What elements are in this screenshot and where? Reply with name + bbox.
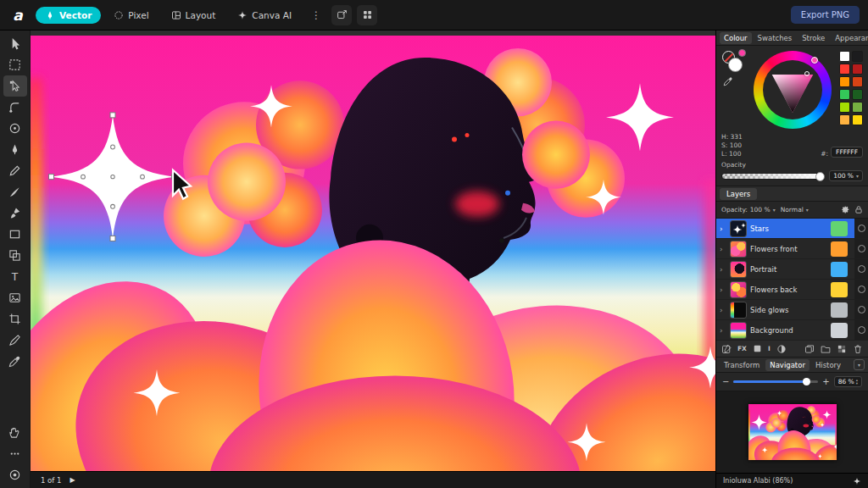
pencil-tool[interactable] <box>3 160 27 181</box>
pen-tool[interactable] <box>3 139 27 160</box>
layer-expand-chevron[interactable]: › <box>720 225 726 233</box>
move-tool[interactable] <box>3 33 27 54</box>
tab-layout[interactable]: Layout <box>162 7 225 24</box>
layer-visibility-toggle[interactable] <box>854 300 868 319</box>
more-tools-button[interactable] <box>3 443 27 464</box>
layer-settings-gear-icon[interactable] <box>840 205 849 214</box>
overflow-menu-button[interactable]: ⋮ <box>306 9 326 21</box>
opacity-value-dropdown[interactable]: 100 % ▾ <box>829 170 863 181</box>
chevron-down-icon[interactable]: ▾ <box>854 359 865 370</box>
hue-selector-dot[interactable] <box>811 57 818 64</box>
swatch[interactable] <box>839 114 850 125</box>
rectangle-tool[interactable] <box>3 224 27 245</box>
layer-visibility-toggle[interactable] <box>854 239 868 258</box>
swatch[interactable] <box>852 102 863 113</box>
marquee-select-tool[interactable] <box>3 54 27 75</box>
layers-opacity-dropdown[interactable]: Opacity: 100 % ▾ <box>721 206 776 214</box>
layer-row[interactable]: › Side glows <box>716 300 868 320</box>
edit-layer-icon[interactable] <box>721 344 732 354</box>
adjustment-icon[interactable] <box>776 344 787 354</box>
layer-colour-tag[interactable] <box>831 282 848 297</box>
fx-icon[interactable]: FX <box>737 345 747 352</box>
knife-tool[interactable] <box>3 330 27 351</box>
zoom-value-input[interactable]: 86 % ▴▾ <box>834 376 862 387</box>
point-transform-tool[interactable] <box>3 118 27 139</box>
lock-icon[interactable] <box>854 205 863 214</box>
swatch[interactable] <box>852 51 863 62</box>
place-image-tool[interactable] <box>3 287 27 308</box>
zoom-out-icon[interactable]: − <box>722 377 729 386</box>
zoom-slider-handle[interactable] <box>803 378 810 385</box>
stepper-arrows-icon[interactable]: ▴▾ <box>856 379 858 385</box>
share-button[interactable] <box>331 5 352 25</box>
zoom-slider[interactable] <box>733 380 818 383</box>
shape-builder-tool[interactable] <box>3 245 27 266</box>
swatch[interactable] <box>852 76 863 87</box>
fill-colour-indicator[interactable] <box>728 58 743 72</box>
swatch[interactable] <box>839 51 850 62</box>
layer-expand-chevron[interactable]: › <box>720 265 726 274</box>
corner-tool[interactable] <box>3 97 27 118</box>
recent-colour-dot[interactable] <box>738 49 746 57</box>
layer-expand-chevron[interactable]: › <box>720 326 726 335</box>
crop-tool[interactable] <box>3 308 27 330</box>
swatch[interactable] <box>839 89 850 100</box>
tab-pixel[interactable]: Pixel <box>104 7 158 24</box>
eyedropper-icon[interactable] <box>723 76 733 86</box>
opacity-slider-handle[interactable] <box>815 172 825 181</box>
tab-history[interactable]: History <box>811 359 845 371</box>
layer-expand-chevron[interactable]: › <box>720 286 726 294</box>
canvas[interactable] <box>31 36 715 471</box>
swatch[interactable] <box>839 76 850 87</box>
navigator-preview[interactable] <box>716 391 868 473</box>
pattern-grid-icon[interactable] <box>837 344 847 354</box>
swatch[interactable] <box>852 89 863 100</box>
tab-colour[interactable]: Colour <box>720 32 752 44</box>
tab-navigator[interactable]: Navigator <box>765 359 810 371</box>
tab-stroke[interactable]: Stroke <box>798 32 829 44</box>
tab-layers[interactable]: Layers <box>720 188 757 200</box>
shade-selector-dot[interactable] <box>804 71 810 76</box>
tab-swatches[interactable]: Swatches <box>754 32 797 44</box>
zoom-in-icon[interactable]: + <box>822 377 829 386</box>
delete-layer-icon[interactable] <box>853 344 863 354</box>
colour-wheel-shortcut[interactable] <box>3 464 27 485</box>
swatch[interactable] <box>852 64 863 75</box>
tab-transform[interactable]: Transform <box>720 359 764 371</box>
layer-expand-chevron[interactable]: › <box>720 245 726 253</box>
tab-appearance[interactable]: Appearance <box>831 32 868 44</box>
blend-mode-dropdown[interactable]: Normal ▾ <box>781 206 809 214</box>
layer-colour-tag[interactable] <box>831 241 848 257</box>
swatch[interactable] <box>839 102 850 113</box>
colour-wheel[interactable] <box>754 51 832 129</box>
layer-visibility-toggle[interactable] <box>854 280 868 299</box>
layer-visibility-toggle[interactable] <box>854 219 868 238</box>
swatch[interactable] <box>852 114 863 125</box>
view-hand-tool[interactable] <box>3 422 27 443</box>
colour-picker-tool[interactable] <box>3 351 27 372</box>
layer-row[interactable]: › Portrait <box>716 259 868 280</box>
next-page-icon[interactable]: ▶ <box>70 476 75 484</box>
tab-canva-ai[interactable]: Canva AI <box>228 7 301 24</box>
layer-row[interactable]: › Stars <box>716 219 868 239</box>
export-png-button[interactable]: Export PNG <box>791 6 860 24</box>
apps-grid-button[interactable] <box>357 5 377 25</box>
layer-colour-tag[interactable] <box>831 302 848 318</box>
hex-input[interactable]: FFFFFF <box>831 147 863 158</box>
favourite-star-icon[interactable] <box>853 477 861 485</box>
layer-visibility-toggle[interactable] <box>854 259 868 279</box>
node-tool[interactable] <box>3 75 27 97</box>
layer-visibility-toggle[interactable] <box>854 320 868 340</box>
layer-colour-tag[interactable] <box>831 262 848 277</box>
vector-brush-tool[interactable] <box>3 181 27 202</box>
text-tool[interactable]: T <box>3 266 27 287</box>
character-style-icon[interactable]: I <box>768 345 771 352</box>
layer-row[interactable]: › Flowers front <box>716 239 868 259</box>
mask-icon[interactable] <box>753 344 762 353</box>
paint-brush-tool[interactable] <box>3 202 27 224</box>
swatch[interactable] <box>839 64 850 75</box>
layer-colour-tag[interactable] <box>831 221 848 236</box>
tab-vector[interactable]: Vector <box>36 7 101 24</box>
duplicate-layer-icon[interactable] <box>804 344 815 354</box>
layer-row[interactable]: › Background <box>716 320 868 341</box>
